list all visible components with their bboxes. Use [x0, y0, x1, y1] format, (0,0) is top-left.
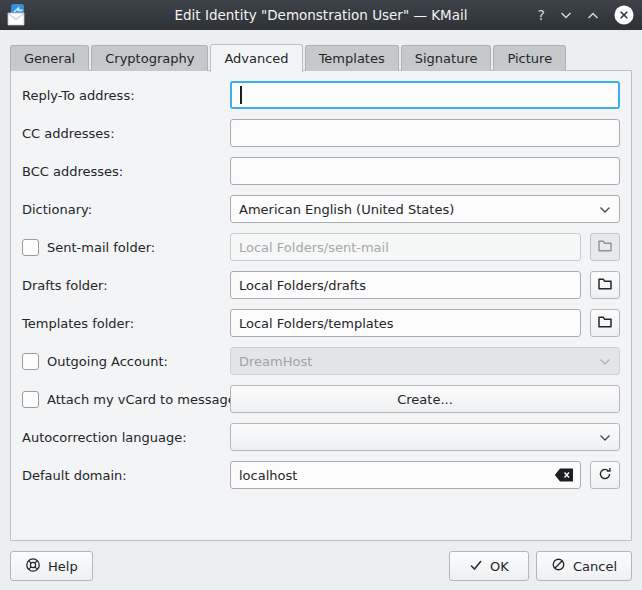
tab-signature[interactable]: Signature	[401, 45, 492, 71]
check-icon	[469, 559, 483, 574]
sent-mail-checkbox[interactable]	[22, 239, 39, 256]
chevron-down-icon	[599, 430, 611, 445]
drafts-label: Drafts folder:	[22, 278, 108, 293]
cc-row: CC addresses:	[22, 119, 620, 147]
dictionary-combobox[interactable]: American English (United States)	[230, 195, 620, 223]
ok-button-label: OK	[490, 559, 509, 574]
dictionary-row: Dictionary: American English (United Sta…	[22, 195, 620, 223]
drafts-row: Drafts folder:	[22, 271, 620, 299]
sent-mail-folder-picker-button	[590, 233, 620, 261]
text-cursor	[240, 86, 242, 104]
dictionary-label: Dictionary:	[22, 202, 92, 217]
templates-row: Templates folder:	[22, 309, 620, 337]
sent-mail-folder-input	[230, 233, 581, 261]
chevron-down-icon	[599, 354, 611, 369]
vcard-label: Attach my vCard to message	[47, 392, 236, 407]
tab-bar: General Cryptography Advanced Templates …	[10, 43, 568, 71]
titlebar: Edit Identity "Demonstration User" — KMa…	[0, 0, 642, 30]
folder-icon	[597, 276, 613, 295]
close-icon[interactable]	[614, 5, 634, 25]
help-button[interactable]: Help	[10, 551, 93, 581]
default-domain-row: Default domain:	[22, 461, 620, 489]
vcard-row: Attach my vCard to message Create...	[22, 385, 620, 413]
help-lifering-icon	[25, 557, 41, 576]
folder-icon	[597, 314, 613, 333]
create-vcard-button[interactable]: Create...	[230, 385, 620, 413]
autocorrection-label: Autocorrection language:	[22, 430, 187, 445]
reply-to-input[interactable]	[230, 81, 620, 109]
outgoing-account-checkbox[interactable]	[22, 353, 39, 370]
advanced-tab-panel: Reply-To address: CC addresses: BCC addr…	[10, 70, 632, 541]
chevron-down-icon	[599, 202, 611, 217]
sent-mail-row: Sent-mail folder:	[22, 233, 620, 261]
maximize-icon[interactable]	[587, 11, 599, 20]
drafts-folder-picker-button[interactable]	[590, 271, 620, 299]
autocorrection-combobox[interactable]	[230, 423, 620, 451]
bcc-input[interactable]	[230, 157, 620, 185]
sent-mail-label: Sent-mail folder:	[47, 240, 155, 255]
templates-label: Templates folder:	[22, 316, 134, 331]
refresh-button[interactable]	[590, 461, 620, 489]
cc-label: CC addresses:	[22, 126, 115, 141]
cancel-button-label: Cancel	[573, 559, 617, 574]
refresh-icon	[597, 466, 613, 485]
reply-to-row: Reply-To address:	[22, 81, 620, 109]
cancel-prohibition-icon	[551, 557, 566, 575]
autocorrection-row: Autocorrection language:	[22, 423, 620, 451]
vcard-checkbox[interactable]	[22, 391, 39, 408]
outgoing-account-label: Outgoing Account:	[47, 354, 168, 369]
bcc-row: BCC addresses:	[22, 157, 620, 185]
dictionary-value: American English (United States)	[239, 202, 599, 217]
outgoing-account-value: DreamHost	[239, 354, 599, 369]
templates-folder-input[interactable]	[230, 309, 581, 337]
cc-input[interactable]	[230, 119, 620, 147]
help-button-label: Help	[48, 559, 78, 574]
tab-cryptography[interactable]: Cryptography	[91, 45, 208, 71]
ok-button[interactable]: OK	[449, 551, 529, 581]
clear-text-icon[interactable]	[554, 468, 574, 485]
tab-picture[interactable]: Picture	[493, 45, 566, 71]
tab-advanced[interactable]: Advanced	[210, 44, 302, 72]
outgoing-account-combobox: DreamHost	[230, 347, 620, 375]
cancel-button[interactable]: Cancel	[536, 551, 632, 581]
dialog-button-box: Help OK Cancel	[10, 551, 632, 581]
templates-folder-picker-button[interactable]	[590, 309, 620, 337]
tab-templates[interactable]: Templates	[305, 45, 399, 71]
folder-icon	[597, 238, 613, 257]
drafts-folder-input[interactable]	[230, 271, 581, 299]
outgoing-account-row: Outgoing Account: DreamHost	[22, 347, 620, 375]
default-domain-input[interactable]	[230, 461, 581, 489]
tab-general[interactable]: General	[10, 45, 89, 71]
minimize-icon[interactable]	[560, 11, 572, 20]
reply-to-label: Reply-To address:	[22, 88, 135, 103]
bcc-label: BCC addresses:	[22, 164, 123, 179]
help-titlebar-button[interactable]: ?	[538, 7, 545, 23]
default-domain-label: Default domain:	[22, 468, 127, 483]
